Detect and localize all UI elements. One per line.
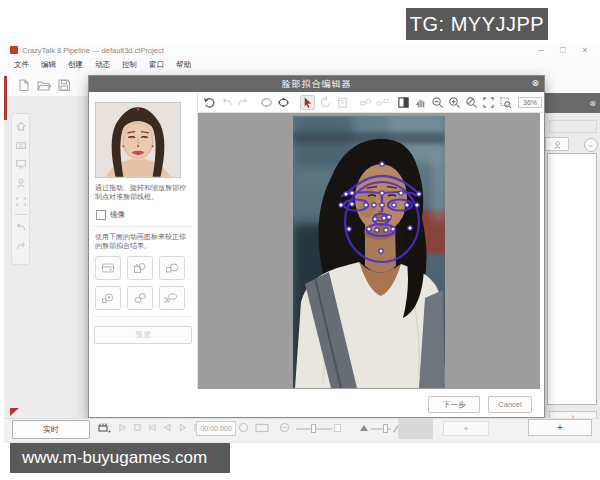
step-forward-icon[interactable] xyxy=(178,423,187,432)
realtime-button[interactable]: 实时 xyxy=(12,420,90,439)
guide-portrait xyxy=(95,102,181,178)
menu-file[interactable]: 文件 xyxy=(8,60,35,70)
compare-view-button[interactable] xyxy=(397,95,410,110)
camera-icon[interactable] xyxy=(14,138,28,151)
rotate-tool-button[interactable] xyxy=(319,95,332,110)
link-tool-button[interactable] xyxy=(359,95,372,110)
viewport-side-toolbar xyxy=(11,113,30,265)
speed-slider-handle[interactable] xyxy=(383,424,388,433)
new-project-button[interactable] xyxy=(16,78,30,92)
render-settings-icon xyxy=(98,422,111,434)
speed-slider-track[interactable] xyxy=(371,428,391,430)
content-panel-header: ⊗ xyxy=(545,93,600,113)
menu-control[interactable]: 控制 xyxy=(116,60,143,70)
stop-icon[interactable] xyxy=(133,423,142,432)
ellipse-tool-button[interactable] xyxy=(260,95,273,110)
open-project-button[interactable] xyxy=(36,78,51,92)
zoom-reset-icon xyxy=(465,96,478,109)
home-icon[interactable] xyxy=(14,119,28,132)
skip-start-icon[interactable] xyxy=(148,423,157,432)
fit-eyes-icon xyxy=(132,261,148,275)
left-panel-divider xyxy=(93,226,192,227)
menu-window[interactable]: 窗口 xyxy=(143,60,170,70)
face-fitting-dialog: 脸部拟合编辑器 ⊗ 通过拖动、旋转和缩放脸部控制点对准脸部线框。 镜像 使用下面 xyxy=(88,75,545,418)
monitor-icon[interactable] xyxy=(14,157,28,170)
next-button[interactable]: 下一步 xyxy=(428,396,480,413)
undo-edit-button[interactable] xyxy=(220,95,233,110)
cancel-button[interactable]: Cancel xyxy=(488,396,532,413)
ellipse-icon xyxy=(260,96,273,109)
add-small-button[interactable]: + xyxy=(443,421,489,436)
unlink-icon xyxy=(376,96,389,109)
redo-icon[interactable] xyxy=(14,240,28,253)
dialog-toolbar: 36% xyxy=(198,92,543,113)
loop-button[interactable] xyxy=(238,422,249,433)
content-list[interactable] xyxy=(547,153,597,405)
dialog-title: 脸部拟合编辑器 xyxy=(282,78,352,91)
add-track-button[interactable]: + xyxy=(528,419,592,436)
undo-icon[interactable] xyxy=(14,221,28,234)
content-panel-field[interactable] xyxy=(549,120,597,133)
timeline-segment[interactable] xyxy=(398,418,433,439)
control-points-button[interactable] xyxy=(277,95,290,110)
fit-view-icon[interactable] xyxy=(14,195,28,208)
fit-tool-button-3[interactable] xyxy=(159,256,185,280)
reset-fit-button[interactable] xyxy=(203,95,216,110)
menu-edit[interactable]: 编辑 xyxy=(35,60,62,70)
fit-tool-button-4[interactable] xyxy=(95,286,121,310)
fitting-canvas[interactable] xyxy=(198,113,540,389)
save-project-button[interactable] xyxy=(57,78,71,92)
zoom-in-icon xyxy=(448,96,461,109)
transform-tool-button[interactable] xyxy=(336,95,349,110)
play-icon[interactable] xyxy=(118,423,127,432)
zoom-slider-end-button[interactable] xyxy=(334,424,341,432)
pan-tool-button[interactable] xyxy=(414,95,427,110)
chevron-down-icon[interactable]: ⌄ xyxy=(584,138,598,152)
mirror-checkbox[interactable] xyxy=(96,210,106,220)
fit-tool-button-1[interactable] xyxy=(95,256,121,280)
content-panel-tab[interactable] xyxy=(545,137,569,151)
menu-bar: 文件 编辑 创建 动态 控制 窗口 帮助 xyxy=(4,57,600,72)
dialog-close-icon[interactable]: ⊗ xyxy=(531,78,540,88)
tg-watermark: TG: MYYJJPP xyxy=(406,8,548,40)
zoom-out-button[interactable] xyxy=(431,95,444,110)
undo-icon xyxy=(220,96,233,109)
left-panel-divider-2 xyxy=(93,316,192,317)
zoom-reset-button[interactable] xyxy=(465,95,478,110)
cycle-icon xyxy=(279,422,290,433)
minimize-button[interactable]: – xyxy=(530,45,552,55)
zoom-level-display[interactable]: 36% xyxy=(518,97,542,108)
source-photo[interactable] xyxy=(293,116,445,388)
transform-icon xyxy=(336,96,349,109)
clip-button[interactable] xyxy=(255,423,269,433)
fit-tool-button-5[interactable] xyxy=(127,286,153,310)
redo-edit-button[interactable] xyxy=(237,95,250,110)
fit-tool-button-2[interactable] xyxy=(127,256,153,280)
menu-help[interactable]: 帮助 xyxy=(170,60,197,70)
site-watermark: www.m-buyugames.com xyxy=(10,443,230,473)
render-settings-button[interactable] xyxy=(98,422,111,434)
cycle-button[interactable] xyxy=(279,422,290,433)
fit-screen-button[interactable] xyxy=(482,95,495,110)
preview-button[interactable]: 预览 xyxy=(94,326,192,344)
link-icon xyxy=(359,96,372,109)
fit-tool-grid xyxy=(95,256,185,310)
fit-target-icon xyxy=(100,291,116,305)
clip-icon xyxy=(255,423,269,433)
fit-screen-icon xyxy=(482,96,495,109)
maximize-button[interactable]: □ xyxy=(552,45,574,55)
menu-create[interactable]: 创建 xyxy=(62,60,89,70)
content-panel-close-icon[interactable]: ⊗ xyxy=(589,99,596,108)
actual-size-button[interactable] xyxy=(499,95,512,110)
select-tool-button[interactable] xyxy=(300,95,315,110)
playback-controls xyxy=(118,423,202,432)
avatar-icon[interactable] xyxy=(14,176,28,189)
close-button[interactable]: × xyxy=(574,45,596,55)
zoom-in-button[interactable] xyxy=(448,95,461,110)
fit-tool-button-6[interactable] xyxy=(159,286,185,310)
step-back-icon[interactable] xyxy=(163,423,172,432)
timeline-zoom-slider-handle[interactable] xyxy=(311,424,316,433)
dialog-titlebar: 脸部拟合编辑器 ⊗ xyxy=(89,76,544,92)
unlink-tool-button[interactable] xyxy=(376,95,389,110)
menu-motion[interactable]: 动态 xyxy=(89,60,116,70)
